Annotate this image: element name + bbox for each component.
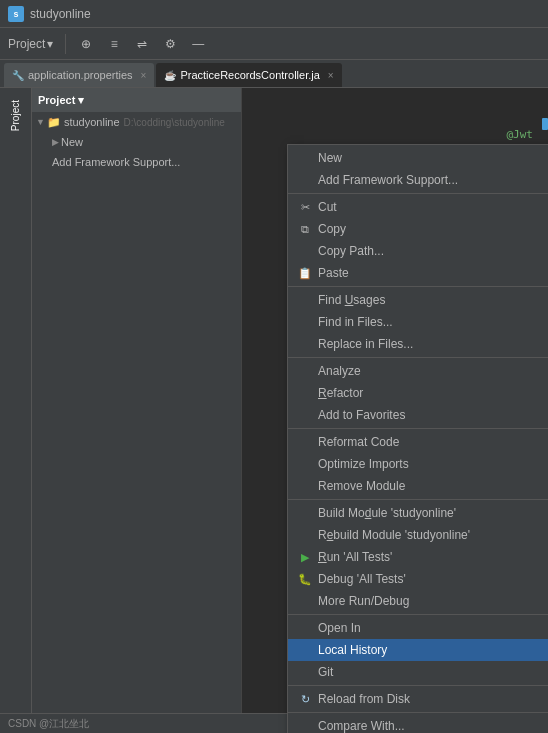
debug-all-tests-icon: 🐛 (296, 570, 314, 588)
tree-label-framework: Add Framework Support... (52, 156, 180, 168)
toolbar-btn-settings[interactable]: ⚙ (158, 32, 182, 56)
menu-item-new[interactable]: New ▶ (288, 147, 548, 169)
tree-arrow-root: ▼ (36, 117, 45, 127)
toolbar: Project ▾ ⊕ ≡ ⇌ ⚙ — (0, 28, 548, 60)
new-icon (296, 149, 314, 167)
menu-item-cut[interactable]: ✂ Cut Ctrl+X (288, 196, 548, 218)
menu-sep-4 (288, 428, 548, 429)
optimize-imports-icon (296, 455, 314, 473)
menu-label-remove-module: Remove Module (318, 479, 548, 493)
app-logo: s (8, 6, 24, 22)
menu-item-reformat-code[interactable]: Reformat Code Ctrl+Alt+L (288, 431, 548, 453)
menu-label-git: Git (318, 665, 548, 679)
cut-icon: ✂ (296, 198, 314, 216)
menu-sep-8 (288, 712, 548, 713)
sidebar: Project (0, 88, 32, 733)
more-run-debug-icon (296, 592, 314, 610)
menu-item-optimize-imports[interactable]: Optimize Imports Ctrl+Alt+O (288, 453, 548, 475)
add-to-favorites-icon (296, 406, 314, 424)
menu-label-debug-all-tests: Debug 'All Tests' (318, 572, 548, 586)
menu-sep-1 (288, 193, 548, 194)
menu-label-paste: Paste (318, 266, 548, 280)
menu-label-new: New (318, 151, 548, 165)
menu-label-more-run-debug: More Run/Debug (318, 594, 548, 608)
menu-label-find-in-files: Find in Files... (318, 315, 548, 329)
menu-item-debug-all-tests[interactable]: 🐛 Debug 'All Tests' (288, 568, 548, 590)
local-history-icon (296, 641, 314, 659)
tabs-bar: 🔧 application.properties × ☕ PracticeRec… (0, 60, 548, 88)
reload-from-disk-icon: ↻ (296, 690, 314, 708)
menu-item-add-framework[interactable]: Add Framework Support... (288, 169, 548, 191)
title-bar: s studyonline (0, 0, 548, 28)
toolbar-separator (65, 34, 66, 54)
toolbar-btn-add[interactable]: ⊕ (74, 32, 98, 56)
run-all-tests-icon: ▶ (296, 548, 314, 566)
tree-label-new: New (61, 136, 83, 148)
menu-item-open-in[interactable]: Open In ▶ (288, 617, 548, 639)
menu-sep-3 (288, 357, 548, 358)
project-dropdown[interactable]: Project ▾ (4, 35, 57, 53)
menu-item-reload-from-disk[interactable]: ↻ Reload from Disk (288, 688, 548, 710)
menu-item-git[interactable]: Git ▶ (288, 661, 548, 683)
compare-with-icon (296, 717, 314, 733)
menu-label-reformat-code: Reformat Code (318, 435, 548, 449)
project-header: Project ▾ (32, 88, 241, 112)
menu-item-run-all-tests[interactable]: ▶ Run 'All Tests' Ctrl+Shift+F10 (288, 546, 548, 568)
tab-practice-records[interactable]: ☕ PracticeRecordsController.ja × (156, 63, 341, 87)
menu-item-remove-module[interactable]: Remove Module Delete (288, 475, 548, 497)
toolbar-btn-minimize[interactable]: — (186, 32, 210, 56)
context-menu: New ▶ Add Framework Support... ✂ Cut Ctr… (287, 144, 548, 733)
menu-label-build-module: Build Module 'studyonline' (318, 506, 548, 520)
toolbar-btn-sync[interactable]: ⇌ (130, 32, 154, 56)
reformat-code-icon (296, 433, 314, 451)
status-text: CSDN @江北坐北 (8, 717, 89, 731)
menu-label-reload-from-disk: Reload from Disk (318, 692, 548, 706)
tree-item-framework[interactable]: Add Framework Support... (32, 152, 241, 172)
menu-sep-5 (288, 499, 548, 500)
sidebar-tab-project[interactable]: Project (8, 92, 23, 139)
menu-item-copy[interactable]: ⧉ Copy Ctrl+C (288, 218, 548, 240)
tab-close-java[interactable]: × (328, 70, 334, 81)
main-area: Project Project ▾ ▼ 📁 studyonline D:\cod… (0, 88, 548, 733)
menu-item-refactor[interactable]: Refactor ▶ (288, 382, 548, 404)
menu-item-build-module[interactable]: Build Module 'studyonline' (288, 502, 548, 524)
root-path: D:\codding\studyonline (124, 117, 225, 128)
menu-label-rebuild-module: Rebuild Module 'studyonline' (318, 528, 548, 542)
copy-icon: ⧉ (296, 220, 314, 238)
menu-sep-6 (288, 614, 548, 615)
menu-label-open-in: Open In (318, 621, 548, 635)
menu-item-add-to-favorites[interactable]: Add to Favorites ▶ (288, 404, 548, 426)
menu-label-optimize-imports: Optimize Imports (318, 457, 548, 471)
tree-root[interactable]: ▼ 📁 studyonline D:\codding\studyonline (32, 112, 241, 132)
app-name: studyonline (30, 7, 91, 21)
menu-label-run-all-tests: Run 'All Tests' (318, 550, 548, 564)
menu-item-compare-with[interactable]: Compare With... Ctrl+D (288, 715, 548, 733)
tab-icon-java: ☕ (164, 70, 176, 81)
menu-item-replace-in-files[interactable]: Replace in Files... Ctrl+Shift+R (288, 333, 548, 355)
remove-module-icon (296, 477, 314, 495)
menu-label-find-usages: Find Usages (318, 293, 548, 307)
menu-sep-7 (288, 685, 548, 686)
tree-item-new[interactable]: ▶ New (32, 132, 241, 152)
menu-item-more-run-debug[interactable]: More Run/Debug ▶ (288, 590, 548, 612)
menu-label-local-history: Local History (318, 643, 548, 657)
editor-area: @Jwt @ApiO New ▶ Add Framework Support..… (242, 88, 548, 733)
folder-icon-root: 📁 (47, 116, 61, 129)
tab-application-properties[interactable]: 🔧 application.properties × (4, 63, 154, 87)
menu-item-rebuild-module[interactable]: Rebuild Module 'studyonline' Ctrl+Shift+… (288, 524, 548, 546)
project-label: Project (8, 37, 45, 51)
menu-label-add-to-favorites: Add to Favorites (318, 408, 548, 422)
tab-close-properties[interactable]: × (141, 70, 147, 81)
menu-label-copy-path: Copy Path... (318, 244, 548, 258)
toolbar-btn-list[interactable]: ≡ (102, 32, 126, 56)
menu-item-local-history[interactable]: Local History ▶ Show History Put Label..… (288, 639, 548, 661)
menu-sep-2 (288, 286, 548, 287)
menu-item-paste[interactable]: 📋 Paste Ctrl+V (288, 262, 548, 284)
menu-item-copy-path[interactable]: Copy Path... (288, 240, 548, 262)
menu-item-analyze[interactable]: Analyze ▶ (288, 360, 548, 382)
menu-item-find-in-files[interactable]: Find in Files... Ctrl+Shift+F (288, 311, 548, 333)
find-usages-icon (296, 291, 314, 309)
paste-icon: 📋 (296, 264, 314, 282)
menu-item-find-usages[interactable]: Find Usages Alt+F7 (288, 289, 548, 311)
tab-label-java: PracticeRecordsController.ja (180, 69, 319, 81)
